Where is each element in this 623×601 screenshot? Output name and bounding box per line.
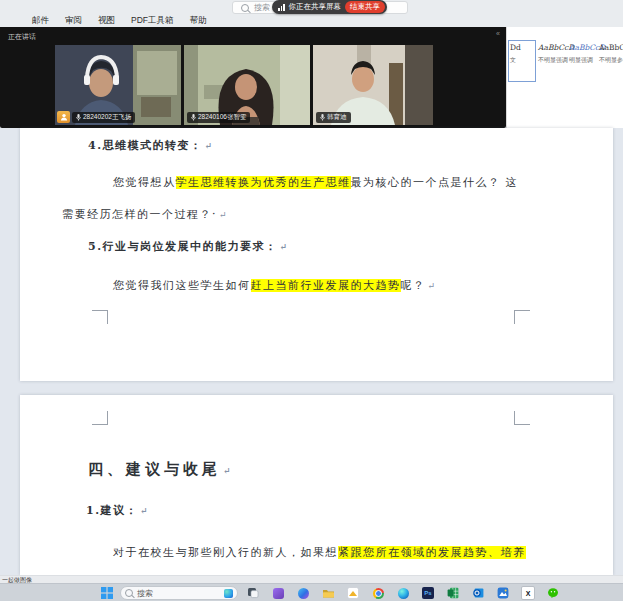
style-preview: AaBbCcD bbox=[538, 43, 566, 52]
search-placeholder: 搜索 bbox=[254, 2, 270, 13]
signal-bars-icon bbox=[278, 4, 285, 11]
share-notice-text: 你正在共享屏幕 bbox=[289, 2, 342, 12]
tab-review[interactable]: 审阅 bbox=[65, 15, 82, 27]
doc-heading-5: 5.行业与岗位发展中的能力要求：↵ bbox=[88, 239, 287, 254]
mic-icon bbox=[76, 114, 81, 121]
desktop-screen: 搜索 你正在共享屏幕 结束共享 邮件 审阅 视图 PDF工具箱 帮助 正在讲话 … bbox=[0, 0, 623, 601]
edge-icon[interactable] bbox=[396, 586, 410, 600]
participant-2-name: 28240106张智雯 bbox=[198, 113, 246, 122]
photos-icon[interactable] bbox=[496, 586, 510, 600]
stop-share-button[interactable]: 结束共享 bbox=[345, 1, 385, 13]
participant-1-nametag: 28240202王飞扬 bbox=[72, 112, 135, 123]
ribbon-tabs: 邮件 审阅 视图 PDF工具箱 帮助 bbox=[32, 14, 207, 27]
doc-paragraph-5: 您觉得我们这些学生如何赶上当前行业发展的大趋势呢？↵ bbox=[113, 278, 435, 293]
participant-1-name: 28240202王飞扬 bbox=[83, 113, 131, 122]
tab-mailings[interactable]: 邮件 bbox=[32, 15, 49, 27]
highlighted-text: 学生思维转换为优秀的生产思维 bbox=[176, 176, 351, 189]
participant-3-name: 韩育迪 bbox=[327, 113, 347, 122]
style-label: 不明显参考 bbox=[599, 56, 623, 65]
style-label: 明显强调 bbox=[569, 56, 597, 65]
text-boundary-mark bbox=[514, 310, 530, 324]
taskbar: 搜索 Ps bbox=[0, 583, 623, 601]
collapse-panel-icon[interactable]: « bbox=[496, 30, 501, 37]
screen-share-notice: 你正在共享屏幕 结束共享 bbox=[272, 0, 387, 14]
bing-highlights-icon[interactable] bbox=[224, 589, 233, 598]
participant-video-1[interactable]: 28240202王飞扬 bbox=[55, 45, 181, 125]
participant-video-2[interactable]: 28240106张智雯 bbox=[184, 45, 310, 125]
excel-icon[interactable] bbox=[446, 586, 460, 600]
taskbar-search-input[interactable]: 搜索 bbox=[120, 586, 238, 600]
document-canvas: 4.思维模式的转变：↵ 您觉得想从学生思维转换为优秀的生产思维最为核心的一个点是… bbox=[0, 128, 623, 575]
taskbar-search-placeholder: 搜索 bbox=[137, 588, 220, 599]
doc-paragraph-4-line-1: 您觉得想从学生思维转换为优秀的生产思维最为核心的一个点是什么？ 这 bbox=[113, 175, 518, 190]
doc-heading-4: 4.思维模式的转变：↵ bbox=[88, 138, 212, 153]
style-label: 文 bbox=[510, 56, 534, 65]
text-boundary-mark bbox=[514, 411, 530, 425]
tab-pdf-toolbox[interactable]: PDF工具箱 bbox=[131, 15, 174, 27]
meeting-video-panel: 正在讲话 « 28240202王飞扬 bbox=[0, 27, 506, 128]
text-boundary-mark bbox=[92, 310, 108, 324]
start-button[interactable] bbox=[100, 586, 114, 600]
paragraph-mark: ↵ bbox=[204, 141, 212, 151]
doc-section-heading: 四、建议与收尾↵ bbox=[88, 460, 231, 479]
style-label: 不明显强调 bbox=[538, 56, 566, 65]
speaking-label: 正在讲话 bbox=[8, 32, 36, 42]
style-preview: AaBbCcD bbox=[569, 43, 597, 52]
styles-gallery: Dd 文 AaBbCcD 不明显强调 AaBbCcD 明显强调 AaBbCcD … bbox=[506, 27, 623, 129]
search-icon bbox=[241, 4, 249, 12]
doc-paragraph-suggestion: 对于在校生与那些刚入行的新人，如果想紧跟您所在领域的发展趋势、培养 bbox=[113, 545, 526, 560]
doc-paragraph-4-line-2: 需要经历怎样的一个过程？·↵ bbox=[62, 207, 227, 222]
tab-view[interactable]: 视图 bbox=[98, 15, 115, 27]
x-app-icon[interactable]: X bbox=[521, 586, 535, 600]
photoshop-icon[interactable]: Ps bbox=[421, 586, 435, 600]
chrome-icon[interactable] bbox=[371, 586, 385, 600]
participant-video-3[interactable]: 韩育迪 bbox=[313, 45, 433, 125]
style-preview: AaBbCcD bbox=[599, 43, 623, 52]
paragraph-mark: ↵ bbox=[279, 242, 287, 252]
wps-office-icon[interactable] bbox=[346, 586, 360, 600]
mic-icon bbox=[191, 114, 196, 121]
copilot-icon[interactable] bbox=[296, 586, 310, 600]
tab-help[interactable]: 帮助 bbox=[190, 15, 207, 27]
document-page-2[interactable]: 四、建议与收尾↵ 1.建议：↵ 对于在校生与那些刚入行的新人，如果想紧跟您所在领… bbox=[20, 395, 613, 575]
microsoft-365-icon[interactable] bbox=[271, 586, 285, 600]
wechat-icon[interactable] bbox=[546, 586, 560, 600]
style-preview: Dd bbox=[510, 43, 534, 52]
paragraph-mark: ↵ bbox=[219, 210, 227, 220]
participant-3-nametag: 韩育迪 bbox=[316, 112, 351, 123]
highlighted-text: 紧跟您所在领域的发展趋势、培养 bbox=[338, 546, 526, 559]
task-view-icon[interactable] bbox=[246, 586, 260, 600]
member-role-icon bbox=[57, 111, 70, 123]
participant-2-nametag: 28240106张智雯 bbox=[187, 112, 250, 123]
file-explorer-icon[interactable] bbox=[321, 586, 335, 600]
paragraph-mark: ↵ bbox=[223, 466, 231, 476]
style-item-selected-partial[interactable]: Dd 文 bbox=[508, 40, 536, 82]
mic-icon bbox=[320, 114, 325, 121]
paragraph-mark: ↵ bbox=[428, 281, 436, 291]
doc-subheading-suggestion: 1.建议：↵ bbox=[86, 503, 148, 518]
search-icon bbox=[125, 589, 133, 597]
style-item-subtle-emphasis[interactable]: AaBbCcD 不明显强调 bbox=[538, 43, 566, 65]
highlighted-text: 赶上当前行业发展的大趋势 bbox=[251, 279, 401, 292]
style-item-subtle-reference[interactable]: AaBbCcD 不明显参考 bbox=[599, 43, 623, 65]
outlook-icon[interactable] bbox=[471, 586, 485, 600]
paragraph-mark: ↵ bbox=[140, 506, 148, 516]
document-page-1[interactable]: 4.思维模式的转变：↵ 您觉得想从学生思维转换为优秀的生产思维最为核心的一个点是… bbox=[20, 128, 613, 381]
text-boundary-mark bbox=[92, 411, 108, 425]
style-item-intense-emphasis[interactable]: AaBbCcD 明显强调 bbox=[569, 43, 597, 65]
